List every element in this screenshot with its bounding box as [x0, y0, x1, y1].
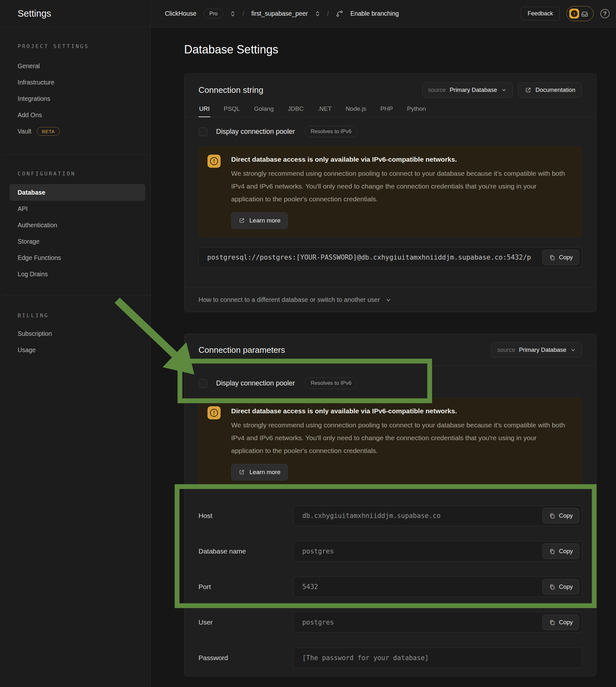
help-icon[interactable]: ? [600, 9, 610, 18]
sidebar-item-infrastructure[interactable]: Infrastructure [0, 74, 151, 91]
tab-nodejs[interactable]: Node.js [345, 102, 367, 117]
source-value: Primary Database [450, 86, 497, 93]
copy-database-name-button[interactable]: Copy [542, 544, 579, 559]
warning-title: Direct database access is only available… [231, 156, 566, 163]
source-label: source [497, 347, 515, 353]
connection-help-link[interactable]: How to connect to a different database o… [198, 296, 380, 304]
copy-icon [549, 512, 555, 519]
sidebar-item-usage[interactable]: Usage [0, 342, 151, 358]
password-label: Password [198, 654, 293, 662]
connection-help-row[interactable]: How to connect to a different database o… [184, 287, 596, 312]
breadcrumb-org[interactable]: ClickHouse [165, 10, 197, 17]
header-title-area: Settings [0, 0, 151, 27]
learn-more-label: Learn more [249, 469, 281, 476]
sidebar-divider [3, 295, 151, 295]
chevron-down-icon [570, 347, 576, 353]
alert-badge-icon: ! [569, 9, 579, 19]
source-label: source [428, 86, 446, 93]
param-row-port: Port 5432 Copy [198, 577, 582, 597]
copy-label: Copy [559, 254, 573, 261]
sidebar-item-integrations[interactable]: Integrations [0, 91, 151, 107]
host-label: Host [198, 512, 293, 519]
beta-badge: BETA [37, 127, 60, 136]
project-switcher-icon[interactable] [315, 10, 320, 17]
port-value: 5432 [293, 583, 318, 591]
ipv6-warning-panel: ! Direct database access is only availab… [198, 398, 582, 489]
sidebar-item-storage[interactable]: Storage [0, 234, 151, 250]
user-field[interactable]: postgres Copy [293, 612, 582, 633]
copy-user-button[interactable]: Copy [542, 615, 579, 630]
warning-title: Direct database access is only available… [231, 407, 566, 415]
tab-php[interactable]: PHP [380, 102, 394, 117]
chevron-down-icon [385, 297, 392, 303]
connection-string-title: Connection string [198, 85, 263, 95]
display-connection-pooler-checkbox[interactable] [198, 379, 207, 388]
learn-more-button[interactable]: Learn more [231, 464, 288, 481]
param-row-host: Host db.cxhygiuitamxhniiddjm.supabase.co… [198, 506, 582, 526]
plan-badge: Pro [204, 9, 223, 19]
breadcrumb-separator: / [327, 10, 329, 17]
notifications-button[interactable]: ! [566, 6, 594, 21]
host-field[interactable]: db.cxhygiuitamxhniiddjm.supabase.co Copy [293, 506, 582, 526]
learn-more-button[interactable]: Learn more [231, 212, 288, 229]
sidebar-item-vault[interactable]: Vault BETA [0, 123, 151, 139]
sidebar-item-edge-functions[interactable]: Edge Functions [0, 250, 151, 266]
tab-dotnet[interactable]: .NET [317, 102, 332, 117]
tab-python[interactable]: Python [406, 102, 426, 117]
sidebar-item-add-ons[interactable]: Add Ons [0, 107, 151, 123]
sidebar-divider [3, 154, 151, 155]
connection-string-card: Connection string source Primary Databas… [184, 74, 596, 312]
sidebar-section-configuration: CONFIGURATION [18, 171, 151, 177]
learn-more-label: Learn more [249, 217, 281, 224]
port-field[interactable]: 5432 Copy [293, 577, 582, 597]
display-connection-pooler-label: Display connection pooler [216, 379, 295, 387]
tab-golang[interactable]: Golang [253, 102, 274, 117]
breadcrumb-separator: / [242, 10, 244, 17]
sidebar-item-log-drains[interactable]: Log Drains [0, 266, 151, 282]
database-name-field[interactable]: postgres Copy [293, 541, 582, 561]
param-row-database-name: Database name postgres Copy [198, 541, 582, 561]
tab-psql[interactable]: PSQL [223, 102, 241, 117]
source-select[interactable]: source Primary Database [491, 342, 582, 358]
warning-exclamation: ! [210, 157, 218, 165]
sidebar-item-general[interactable]: General [0, 58, 151, 74]
documentation-button[interactable]: Documentation [518, 82, 582, 98]
password-placeholder: [The password for your database] [293, 654, 429, 662]
connection-string-field[interactable]: postgresql://postgres:[YOUR-PASSWORD]@db… [198, 247, 582, 268]
copy-icon [549, 583, 555, 590]
external-link-icon [239, 217, 245, 224]
host-value: db.cxhygiuitamxhniiddjm.supabase.co [293, 512, 441, 519]
copy-port-button[interactable]: Copy [542, 579, 579, 595]
password-field[interactable]: [The password for your database] [293, 648, 582, 668]
org-switcher-icon[interactable] [230, 10, 235, 17]
source-value: Primary Database [519, 347, 566, 353]
chevron-down-icon [501, 87, 507, 93]
breadcrumb: ClickHouse Pro / first_supabase_peer / E… [151, 0, 521, 27]
sidebar-item-api[interactable]: API [0, 201, 151, 217]
warning-icon: ! [207, 406, 221, 419]
connection-parameters-title: Connection parameters [198, 345, 285, 355]
copy-connection-string-button[interactable]: Copy [542, 250, 579, 265]
display-connection-pooler-checkbox[interactable] [198, 127, 207, 136]
connection-string-value: postgresql://postgres:[YOUR-PASSWORD]@db… [199, 253, 577, 261]
copy-icon [549, 254, 555, 261]
copy-host-button[interactable]: Copy [542, 508, 579, 524]
enable-branching-button[interactable]: Enable branching [350, 10, 399, 17]
warning-body: We strongly recommend using connection p… [231, 419, 566, 457]
tab-uri[interactable]: URI [198, 102, 210, 117]
breadcrumb-project[interactable]: first_supabase_peer [251, 10, 308, 17]
sidebar-item-subscription[interactable]: Subscription [0, 326, 151, 342]
connection-parameters-card: Connection parameters source Primary Dat… [184, 334, 596, 677]
sidebar-section-project-settings: PROJECT SETTINGS [18, 43, 151, 50]
resolves-to-ipv6-badge: Resolves to IPv6 [305, 377, 358, 389]
sidebar-item-authentication[interactable]: Authentication [0, 217, 151, 234]
tab-jdbc[interactable]: JDBC [287, 102, 305, 117]
sidebar-item-database[interactable]: Database [9, 184, 145, 201]
settings-sidebar: PROJECT SETTINGS General Infrastructure … [0, 28, 151, 687]
sidebar-item-vault-label: Vault [18, 128, 31, 135]
param-row-user: User postgres Copy [198, 612, 582, 633]
param-row-password: Password [The password for your database… [198, 648, 582, 668]
source-select[interactable]: source Primary Database [422, 82, 513, 98]
feedback-button[interactable]: Feedback [521, 7, 560, 21]
copy-label: Copy [559, 619, 573, 626]
